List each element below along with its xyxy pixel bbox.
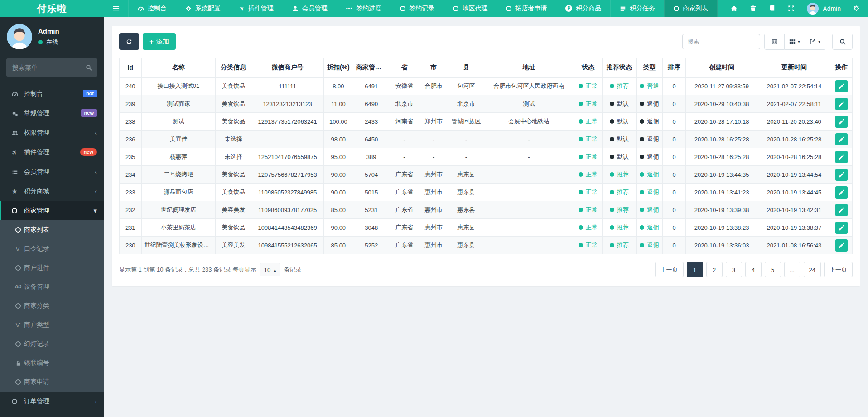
sidebar-item[interactable]: 控制台hot [0, 84, 104, 103]
status-badge[interactable]: 正常 [579, 117, 598, 126]
table-column-header[interactable]: 市 [419, 58, 448, 78]
sidebar-subitem[interactable]: Ѵ口令记录 [0, 239, 104, 258]
home-icon[interactable] [731, 5, 738, 12]
sidebar-subitem[interactable]: 银联编号 [0, 354, 104, 373]
pagination-page-button[interactable]: 2 [706, 262, 723, 277]
edit-button[interactable] [835, 151, 848, 163]
table-column-header[interactable]: 分类信息 [216, 58, 251, 78]
status-badge[interactable]: 正常 [579, 82, 598, 90]
table-column-header[interactable]: 创建时间 [685, 58, 758, 78]
table-column-header[interactable]: 折扣(%) [323, 58, 353, 78]
edit-button[interactable] [835, 169, 848, 181]
sidebar-subitem[interactable]: 商家申请 [0, 373, 104, 392]
status-badge[interactable]: 正常 [579, 153, 598, 161]
fullscreen-icon[interactable] [788, 5, 795, 12]
type-badge[interactable]: 返佣 [640, 153, 659, 161]
recommend-badge[interactable]: 默认 [610, 153, 629, 161]
status-badge[interactable]: 正常 [579, 135, 598, 143]
topbar-tab[interactable]: 拓店者申请 [497, 0, 556, 17]
sidebar-item[interactable]: 优惠券‹ [0, 411, 104, 417]
status-badge[interactable]: 正常 [579, 170, 598, 179]
topbar-tab[interactable]: P积分商品 [556, 0, 610, 17]
type-badge[interactable]: 返佣 [640, 241, 659, 249]
edit-button[interactable] [835, 239, 848, 252]
trash-icon[interactable] [750, 5, 757, 12]
sidebar-item[interactable]: 权限管理‹ [0, 123, 104, 142]
edit-button[interactable] [835, 98, 848, 110]
add-button[interactable]: + 添加 [143, 33, 176, 50]
table-search-input[interactable] [682, 34, 760, 49]
menu-search-input[interactable] [6, 58, 97, 77]
edit-button[interactable] [835, 186, 848, 199]
type-badge[interactable]: 返佣 [640, 206, 659, 214]
status-badge[interactable]: 正常 [579, 241, 598, 249]
topbar-tab[interactable]: 积分任务 [610, 0, 664, 17]
sidebar-item[interactable]: 订单管理‹ [0, 392, 104, 411]
book-icon[interactable] [769, 5, 776, 12]
edit-button[interactable] [835, 116, 848, 128]
table-column-header[interactable]: 名称 [141, 58, 216, 78]
topbar-tab[interactable]: 会员管理 [283, 0, 337, 17]
edit-button[interactable] [835, 222, 848, 234]
sidebar-item[interactable]: 商家管理▾ [0, 201, 104, 220]
topbar-tab[interactable]: •••签约进度 [337, 0, 391, 17]
type-badge[interactable]: 返佣 [640, 100, 659, 108]
type-badge[interactable]: 返佣 [640, 170, 659, 179]
sidebar-subitem[interactable]: 幻灯记录 [0, 335, 104, 354]
sidebar-subitem[interactable]: Ѵ商户类型 [0, 315, 104, 335]
pagination-prev-button[interactable]: 上一页 [655, 262, 684, 277]
sidebar-subitem[interactable]: AD设备管理 [0, 277, 104, 296]
status-badge[interactable]: 正常 [579, 206, 598, 214]
sidebar-subitem[interactable]: 商户进件 [0, 258, 104, 277]
recommend-badge[interactable]: 默认 [610, 117, 629, 126]
sidebar-item[interactable]: ✈插件管理new [0, 142, 104, 162]
type-badge[interactable]: 返佣 [640, 117, 659, 126]
edit-button[interactable] [835, 133, 848, 145]
export-button[interactable]: ▾ [805, 34, 825, 50]
refresh-button[interactable] [119, 33, 139, 50]
topbar-tab[interactable]: 地区代理 [444, 0, 497, 17]
type-badge[interactable]: 普通 [640, 82, 659, 90]
table-column-header[interactable]: 省 [390, 58, 419, 78]
edit-button[interactable] [835, 204, 848, 216]
recommend-badge[interactable]: 默认 [610, 135, 629, 143]
table-column-header[interactable]: 县 [448, 58, 484, 78]
app-logo[interactable]: 付乐啦 [0, 0, 104, 17]
pagination-page-button[interactable]: 5 [765, 262, 781, 277]
recommend-badge[interactable]: 推荐 [610, 170, 629, 179]
sidebar-subitem[interactable]: 商家列表 [0, 220, 104, 239]
gear-icon[interactable] [853, 5, 860, 12]
recommend-badge[interactable]: 推荐 [610, 223, 629, 232]
table-column-header[interactable]: 微信商户号 [251, 58, 324, 78]
recommend-badge[interactable]: 推荐 [610, 206, 629, 214]
table-column-header[interactable]: 更新时间 [758, 58, 830, 78]
detail-view-button[interactable] [764, 34, 785, 50]
sidebar-item[interactable]: ★积分商城‹ [0, 181, 104, 201]
topbar-tab[interactable]: 系统配置 [176, 0, 230, 17]
status-badge[interactable]: 正常 [579, 223, 598, 232]
edit-button[interactable] [835, 80, 848, 92]
topbar-tab[interactable]: 签约记录 [391, 0, 444, 17]
topbar-tab[interactable]: ✈插件管理 [230, 0, 283, 17]
table-column-header[interactable]: 排序 [663, 58, 686, 78]
recommend-badge[interactable]: 推荐 [610, 241, 629, 249]
type-badge[interactable]: 返佣 [640, 223, 659, 232]
pagination-page-button[interactable]: 3 [726, 262, 742, 277]
recommend-badge[interactable]: 推荐 [610, 82, 629, 90]
topbar-tab[interactable]: 控制台 [128, 0, 176, 17]
admin-menu[interactable]: Admin [807, 3, 841, 15]
type-badge[interactable]: 返佣 [640, 188, 659, 196]
pagination-next-button[interactable]: 下一页 [824, 262, 853, 277]
table-column-header[interactable]: 操作 [830, 58, 853, 78]
table-column-header[interactable]: 类型 [636, 58, 663, 78]
pagination-page-button[interactable]: 1 [687, 262, 703, 277]
table-column-header[interactable]: 商家管理员 [353, 58, 390, 78]
sidebar-item[interactable]: 常规管理new [0, 103, 104, 123]
pagination-page-button[interactable]: 4 [745, 262, 762, 277]
table-column-header[interactable]: 推荐状态 [602, 58, 636, 78]
page-size-select[interactable]: 10 ▴ [260, 263, 281, 276]
table-column-header[interactable]: 地址 [484, 58, 574, 78]
table-column-header[interactable]: Id [120, 58, 142, 78]
sidebar-item[interactable]: 会员管理‹ [0, 162, 104, 181]
columns-button[interactable]: ▾ [785, 34, 805, 50]
